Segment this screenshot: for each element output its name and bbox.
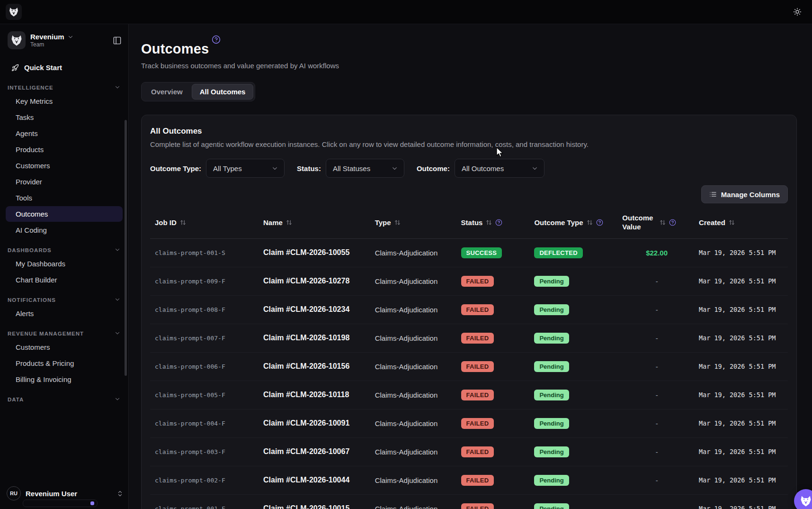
team-name: Revenium bbox=[30, 33, 64, 41]
sort-icon bbox=[180, 219, 186, 226]
created-cell: Mar 19, 2026 5:51 PM bbox=[694, 466, 788, 494]
status-select[interactable]: All Statuses bbox=[326, 159, 404, 178]
table-row[interactable]: claims-prompt-005-FClaim #CLM-2026-10118… bbox=[150, 381, 788, 409]
column-header-name[interactable]: Name bbox=[259, 209, 370, 238]
table-row[interactable]: claims-prompt-008-FClaim #CLM-2026-10234… bbox=[150, 295, 788, 324]
status-badge: FAILED bbox=[461, 361, 494, 372]
table-row[interactable]: claims-prompt-003-FClaim #CLM-2026-10067… bbox=[150, 437, 788, 466]
sidebar-item-tasks[interactable]: Tasks bbox=[6, 109, 123, 125]
claim-name-cell: Claim #CLM-2026-10091 bbox=[259, 409, 370, 437]
column-header-outcome-value[interactable]: Outcome Value bbox=[617, 209, 694, 238]
team-switcher[interactable]: Revenium Team bbox=[0, 24, 128, 52]
sidebar-item-tools[interactable]: Tools bbox=[6, 190, 123, 206]
column-header-type[interactable]: Type bbox=[370, 209, 456, 238]
sidebar: Revenium Team Quick Start INTELLIGENCEKe… bbox=[0, 24, 129, 509]
sidebar-item-agents[interactable]: Agents bbox=[6, 126, 123, 141]
sidebar-item-alerts[interactable]: Alerts bbox=[6, 306, 123, 321]
table-row[interactable]: claims-prompt-004-FClaim #CLM-2026-10091… bbox=[150, 409, 788, 437]
sidebar-item-ai-coding[interactable]: AI Coding bbox=[6, 222, 123, 238]
help-icon[interactable] bbox=[212, 35, 221, 44]
sidebar-item-customers[interactable]: Customers bbox=[6, 339, 123, 355]
card-title: All Outcomes bbox=[150, 127, 788, 136]
status-badge: FAILED bbox=[461, 390, 494, 400]
sidebar-section-notifications[interactable]: NOTIFICATIONS bbox=[8, 296, 121, 304]
manage-columns-button[interactable]: Manage Columns bbox=[701, 185, 788, 203]
outcome-type-badge: Pending bbox=[534, 390, 569, 400]
type-cell: Claims-Adjudication bbox=[370, 267, 456, 295]
outcome-value-cell: - bbox=[617, 324, 694, 352]
sidebar-section-dashboards[interactable]: DASHBOARDS bbox=[8, 246, 121, 254]
help-icon[interactable] bbox=[596, 219, 603, 226]
sidebar-item-outcomes[interactable]: Outcomes bbox=[6, 206, 123, 222]
outcome-value-cell: - bbox=[617, 267, 694, 295]
type-cell: Claims-Adjudication bbox=[370, 409, 456, 437]
table-row[interactable]: claims-prompt-002-FClaim #CLM-2026-10044… bbox=[150, 466, 788, 494]
user-name: Revenium User bbox=[26, 490, 77, 498]
column-header-outcome-type[interactable]: Outcome Type bbox=[529, 209, 617, 238]
sidebar-item-products-pricing[interactable]: Products & Pricing bbox=[6, 355, 123, 371]
job-id-cell: claims-prompt-001-S bbox=[150, 238, 259, 267]
column-header-job-id[interactable]: Job ID bbox=[150, 209, 259, 238]
quick-start-label: Quick Start bbox=[24, 64, 62, 72]
created-cell: Mar 19, 2026 5:51 PM bbox=[694, 238, 788, 267]
sidebar-section-data[interactable]: DATA bbox=[8, 396, 121, 403]
table-row[interactable]: claims-prompt-006-FClaim #CLM-2026-10156… bbox=[150, 352, 788, 381]
column-header-created[interactable]: Created bbox=[694, 209, 788, 238]
sidebar-item-customers[interactable]: Customers bbox=[6, 158, 123, 173]
outcome-value-cell: - bbox=[617, 381, 694, 409]
sidebar-collapse-button[interactable] bbox=[113, 36, 122, 45]
tab-all-outcomes[interactable]: All Outcomes bbox=[192, 84, 254, 100]
created-cell: Mar 19, 2026 5:51 PM bbox=[694, 267, 788, 295]
job-id-cell: claims-prompt-001-F bbox=[150, 494, 259, 509]
outcome-type-badge: Pending bbox=[534, 304, 569, 315]
outcome-select[interactable]: All Outcomes bbox=[455, 159, 544, 178]
created-cell: Mar 19, 2026 5:51 PM bbox=[694, 409, 788, 437]
outcomes-table-body: claims-prompt-001-SClaim #CLM-2026-10055… bbox=[150, 238, 788, 509]
sidebar-item-label: Tasks bbox=[16, 113, 34, 121]
sidebar-scrollbar[interactable] bbox=[125, 120, 127, 376]
sidebar-item-label: AI Coding bbox=[16, 226, 47, 234]
manage-columns-label: Manage Columns bbox=[721, 191, 780, 199]
sidebar-item-key-metrics[interactable]: Key Metrics bbox=[6, 93, 123, 109]
column-header-status[interactable]: Status bbox=[456, 209, 530, 238]
outcome-type-badge: Pending bbox=[534, 276, 569, 287]
sidebar-item-label: Key Metrics bbox=[16, 97, 53, 105]
theme-toggle-button[interactable] bbox=[793, 8, 802, 16]
claim-name-cell: Claim #CLM-2026-10278 bbox=[259, 267, 370, 295]
main-content: Outcomes Track business outcomes and val… bbox=[129, 24, 812, 509]
user-menu[interactable]: RU Revenium User bbox=[7, 486, 124, 500]
claim-name-cell: Claim #CLM-2026-10044 bbox=[259, 466, 370, 494]
filter-label: Outcome: bbox=[417, 164, 450, 173]
help-icon[interactable] bbox=[669, 219, 676, 226]
sidebar-item-provider[interactable]: Provider bbox=[6, 174, 123, 190]
sidebar-item-chart-builder[interactable]: Chart Builder bbox=[6, 272, 123, 288]
outcome-type-select[interactable]: All Types bbox=[206, 159, 285, 178]
table-row[interactable]: claims-prompt-001-SClaim #CLM-2026-10055… bbox=[150, 238, 788, 267]
claim-name-cell: Claim #CLM-2026-10055 bbox=[259, 238, 370, 267]
sidebar-item-my-dashboards[interactable]: My Dashboards bbox=[6, 256, 123, 272]
table-row[interactable]: claims-prompt-007-FClaim #CLM-2026-10198… bbox=[150, 324, 788, 352]
chevron-down-icon bbox=[391, 165, 398, 172]
sidebar-item-billing-invoicing[interactable]: Billing & Invoicing bbox=[6, 372, 123, 387]
table-row[interactable]: claims-prompt-009-FClaim #CLM-2026-10278… bbox=[150, 267, 788, 295]
outcome-type-badge: Pending bbox=[534, 446, 569, 457]
sidebar-section-revenue-management[interactable]: REVENUE MANAGEMENT bbox=[8, 330, 121, 337]
status-badge: FAILED bbox=[461, 333, 494, 344]
filter-outcome: Outcome: All Outcomes bbox=[417, 159, 544, 178]
help-icon[interactable] bbox=[495, 219, 502, 226]
type-cell: Claims-Adjudication bbox=[370, 466, 456, 494]
avatar: RU bbox=[7, 486, 21, 500]
sidebar-item-products[interactable]: Products bbox=[6, 142, 123, 157]
outcome-value-cell: - bbox=[617, 466, 694, 494]
sidebar-section-intelligence[interactable]: INTELLIGENCE bbox=[8, 84, 121, 91]
sidebar-item-label: Agents bbox=[16, 129, 38, 137]
job-id-cell: claims-prompt-005-F bbox=[150, 381, 259, 409]
outcome-value-cell: - bbox=[617, 437, 694, 466]
sidebar-item-quick-start[interactable]: Quick Start bbox=[6, 60, 123, 75]
table-row[interactable]: claims-prompt-001-FClaim #CLM-2026-10015… bbox=[150, 494, 788, 509]
status-badge: SUCCESS bbox=[461, 247, 502, 258]
outcome-value-cell: $22.00 bbox=[617, 238, 694, 267]
app-logo-icon[interactable] bbox=[6, 4, 22, 20]
tab-overview[interactable]: Overview bbox=[143, 84, 191, 100]
sidebar-item-label: Provider bbox=[16, 178, 42, 186]
